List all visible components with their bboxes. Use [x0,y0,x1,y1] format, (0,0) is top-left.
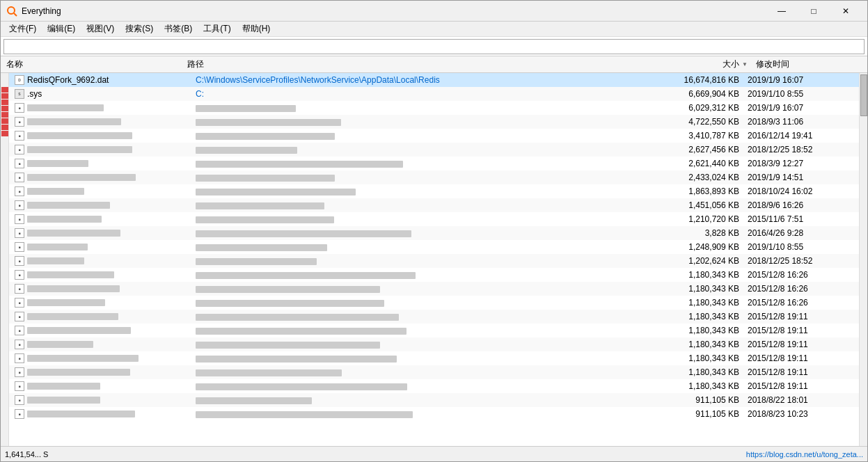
maximize-button[interactable]: □ [798,1,830,22]
file-name-text [27,411,135,417]
cell-modified: 2015/12/8 19:11 [745,312,856,321]
table-row[interactable]: ■1,180,343 KB2015/12/8 19:11 [9,351,859,365]
table-row[interactable]: S.sysC:6,669,904 KB2019/1/10 8:55 [9,87,859,101]
file-name-text [27,369,130,376]
file-name-text [27,118,121,125]
file-list[interactable]: DRedisQFork_9692.datC:\Windows\ServicePr… [9,73,859,446]
cell-size: 1,180,343 KB [654,381,745,391]
left-panel [1,73,9,446]
table-row[interactable]: ■1,180,343 KB2015/12/8 16:26 [9,282,859,296]
cell-size: 1,210,720 KB [654,214,745,224]
cell-name: ■ [12,270,193,280]
status-count-text: 1,641,54... [5,450,41,459]
cell-size: 2,433,024 KB [654,173,745,182]
table-row[interactable]: ■1,180,343 KB2015/12/8 19:11 [9,365,859,379]
cell-modified: 2018/12/25 18:52 [745,145,856,154]
file-name-text [27,188,84,195]
file-icon: ■ [15,103,24,113]
table-row[interactable]: ■1,180,343 KB2015/12/8 16:26 [9,296,859,310]
table-row[interactable]: ■1,248,909 KB2019/1/10 8:55 [9,240,859,254]
cell-name: ■ [12,173,193,182]
close-button[interactable]: ✕ [830,1,862,22]
cell-path [193,200,654,210]
file-icon: ■ [15,200,24,210]
table-row[interactable]: DRedisQFork_9692.datC:\Windows\ServicePr… [9,73,859,87]
title-bar: Everything — □ ✕ [1,1,867,22]
cell-name: ■ [12,242,193,252]
table-row[interactable]: ■2,627,456 KB2018/12/25 18:52 [9,143,859,157]
vertical-scrollbar[interactable] [859,73,867,446]
file-icon: ■ [15,270,24,280]
file-icon: D [15,75,24,85]
menu-tools[interactable]: 工具(T) [198,22,236,36]
cell-path [193,395,654,405]
cell-name: ■ [12,256,193,266]
menu-file[interactable]: 文件(F) [3,22,42,36]
table-row[interactable]: ■2,433,024 KB2019/1/9 14:51 [9,170,859,184]
cell-size: 1,180,343 KB [654,270,745,280]
cell-path [193,409,654,419]
table-row[interactable]: ■911,105 KB2018/8/23 10:23 [9,407,859,421]
file-icon: ■ [15,367,24,377]
cell-modified: 2018/3/9 12:27 [745,159,856,168]
file-name-text [27,257,84,264]
cell-path [193,228,654,238]
file-name-text [27,341,93,348]
table-row[interactable]: ■1,210,720 KB2015/11/6 7:51 [9,212,859,226]
content-area: 名称 路径 大小 ▼ 修改时间 [1,56,867,446]
table-row[interactable]: ■1,451,056 KB2018/9/6 16:26 [9,198,859,212]
cell-path [193,326,654,335]
col-header-name[interactable]: 名称 [3,58,184,70]
menu-edit[interactable]: 编辑(E) [42,22,81,36]
table-row[interactable]: ■911,105 KB2018/8/22 18:01 [9,393,859,407]
cell-name: ■ [12,200,193,210]
table-row[interactable]: ■2,621,440 KB2018/3/9 12:27 [9,157,859,170]
cell-modified: 2015/12/8 19:11 [745,326,856,335]
file-name-text [27,202,110,209]
cell-modified: 2016/4/26 9:28 [745,228,856,238]
cell-size: 6,669,904 KB [654,89,745,99]
menu-search[interactable]: 搜索(S) [120,22,159,36]
table-row[interactable]: ■6,029,312 KB2019/1/9 16:07 [9,101,859,115]
file-icon: ■ [15,214,24,224]
table-row[interactable]: ■1,180,343 KB2015/12/8 16:26 [9,268,859,282]
table-row[interactable]: ■1,180,343 KB2015/12/8 19:11 [9,310,859,324]
title-controls: — □ ✕ [766,1,862,22]
col-header-path[interactable]: 路径 [184,58,663,70]
cell-size: 3,828 KB [654,228,745,238]
file-name-text [27,132,132,139]
col-header-modified[interactable]: 修改时间 [753,58,865,70]
table-row[interactable]: ■1,863,893 KB2018/10/24 16:02 [9,184,859,198]
file-icon: ■ [15,242,24,252]
table-row[interactable]: ■1,180,343 KB2015/12/8 19:11 [9,324,859,337]
table-row[interactable]: ■4,722,550 KB2018/9/3 11:06 [9,115,859,129]
table-row[interactable]: ■1,202,624 KB2018/12/25 18:52 [9,254,859,268]
table-row[interactable]: ■1,180,343 KB2015/12/8 19:11 [9,337,859,351]
minimize-button[interactable]: — [766,1,798,22]
cell-name: ■ [12,312,193,321]
cell-name: S.sys [12,89,193,99]
table-row[interactable]: ■3,828 KB2016/4/26 9:28 [9,226,859,240]
menu-bookmark[interactable]: 书签(B) [159,22,198,36]
table-row[interactable]: ■1,180,343 KB2015/12/8 19:11 [9,379,859,393]
col-header-size[interactable]: 大小 ▼ [663,58,753,70]
file-name-text [27,383,100,390]
cell-modified: 2018/9/6 16:26 [745,200,856,210]
cell-modified: 2019/1/9 16:07 [745,75,856,85]
scrollbar-thumb[interactable] [860,74,867,116]
status-link[interactable]: https://blog.csdn.net/u/tong_zeta... [746,450,863,459]
table-row[interactable]: ■3,410,787 KB2016/12/14 19:41 [9,129,859,143]
cell-path [193,173,654,182]
cell-name: ■ [12,131,193,141]
status-suffix: S [43,450,48,459]
cell-modified: 2018/9/3 11:06 [745,117,856,127]
cell-name: ■ [12,214,193,224]
menu-view[interactable]: 视图(V) [81,22,120,36]
file-name-text: RedisQFork_9692.dat [27,75,109,85]
cell-path [193,186,654,196]
file-icon: ■ [15,117,24,127]
menu-help[interactable]: 帮助(H) [237,22,276,36]
search-input[interactable] [3,39,865,54]
cell-size: 1,180,343 KB [654,298,745,308]
file-icon: ■ [15,228,24,238]
